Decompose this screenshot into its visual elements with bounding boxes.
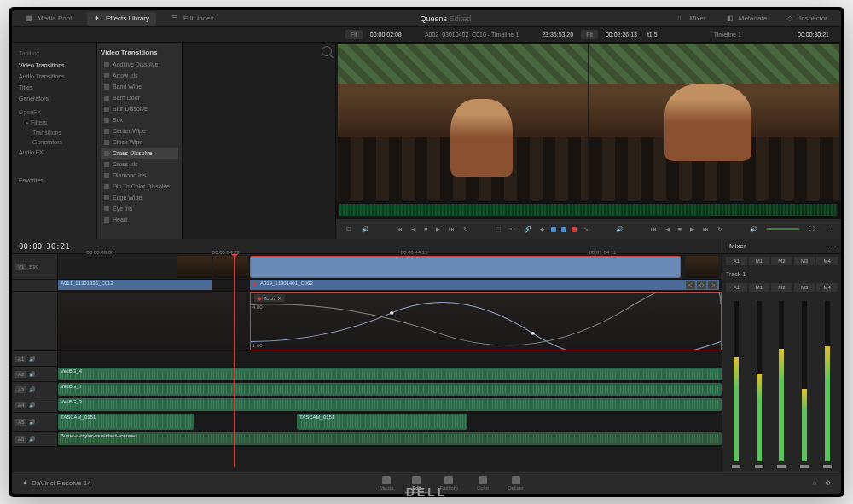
audio-track-a5[interactable]: TASCAM_0151 TASCAM_0151 <box>58 413 722 431</box>
timeline-viewer[interactable] <box>589 44 839 200</box>
effect-item[interactable]: Arrow Iris <box>101 70 178 81</box>
more-icon[interactable]: ⋯ <box>823 224 833 235</box>
volume-slider[interactable] <box>766 228 800 230</box>
source-viewer[interactable] <box>338 44 588 200</box>
fx-track[interactable]: ◆ Zoom X 4.00 1.00 ◁ <box>58 292 722 350</box>
volume-icon-right[interactable]: 🔊 <box>614 224 625 235</box>
cat-generators[interactable]: Generators <box>17 93 91 104</box>
audio-track-a2[interactable]: VeilBG_4 <box>58 367 722 381</box>
track-head-a2[interactable]: A2🔊 <box>12 367 58 381</box>
track-head-a3[interactable]: A3🔊 <box>12 382 58 397</box>
loop-button-r[interactable]: ↻ <box>716 224 724 235</box>
tab-mixer[interactable]: ⎍Mixer <box>670 12 713 26</box>
audio-track-a6[interactable]: Butter-a-taylor-musicbed-licensed <box>58 432 722 446</box>
cat-titles[interactable]: Titles <box>17 82 91 93</box>
track-head-a1[interactable]: A1🔊 <box>12 351 58 366</box>
fader-channel[interactable] <box>794 298 815 468</box>
cat-audiofx[interactable]: Audio FX <box>17 147 91 158</box>
stop-button-r[interactable]: ■ <box>676 224 683 234</box>
effect-item[interactable]: Band Wipe <box>101 81 178 92</box>
effect-item[interactable]: Barn Door <box>101 92 178 103</box>
video-track-v1[interactable] <box>58 254 722 279</box>
bus-label[interactable]: M1 <box>749 257 770 265</box>
audio-clip[interactable]: VeilBG_3 <box>58 398 722 411</box>
options-icon[interactable]: ⊡ <box>345 224 353 235</box>
effect-item[interactable]: Eye Iris <box>101 203 178 214</box>
audio-clip[interactable]: TASCAM_0151 <box>297 414 467 430</box>
play-button-r[interactable]: ▶ <box>688 224 696 235</box>
keyframe-add-button[interactable]: ◇ <box>697 281 706 289</box>
effect-item[interactable]: Dip To Color Dissolve <box>101 181 178 192</box>
channel-label[interactable]: M2 <box>771 283 792 292</box>
next-clip-button-r[interactable]: ⏭ <box>701 224 711 234</box>
volume-icon[interactable]: 🔊 <box>360 224 371 235</box>
audio-track-a1[interactable] <box>58 351 722 366</box>
bus-label[interactable]: M4 <box>816 257 838 265</box>
keyframe-next-button[interactable]: ▷ <box>708 281 717 289</box>
effect-item[interactable]: Cross Dissolve <box>101 148 178 159</box>
step-back-button[interactable]: ◀ <box>409 224 417 235</box>
audio-clip[interactable]: TASCAM_0151 <box>58 414 194 430</box>
link-tool[interactable]: 🔗 <box>522 224 533 235</box>
marker-color-blue[interactable] <box>561 227 566 232</box>
fit-dropdown-left[interactable]: Fit <box>345 30 363 39</box>
effect-item[interactable]: Diamond Iris <box>101 170 178 181</box>
clip-label[interactable]: ◆A019_11301401_C062 <box>250 280 719 290</box>
tab-inspector[interactable]: ◇Inspector <box>780 12 834 26</box>
cat-audio-transitions[interactable]: Audio Transitions <box>17 71 91 82</box>
fader-channel[interactable] <box>726 298 746 468</box>
openfx-generators[interactable]: Generators <box>17 137 91 147</box>
marker-color-blue[interactable] <box>551 227 556 232</box>
channel-label[interactable]: M3 <box>794 283 815 292</box>
snap-toggle[interactable]: ⤡ <box>582 224 590 235</box>
bus-label[interactable]: M2 <box>771 257 792 265</box>
channel-label[interactable]: A1 <box>726 283 747 292</box>
effect-item[interactable]: Cross Iris <box>101 159 178 170</box>
audio-track-a4[interactable]: VeilBG_3 <box>58 397 722 412</box>
stop-button[interactable]: ■ <box>422 224 429 234</box>
bus-label[interactable]: A1 <box>726 257 747 265</box>
effect-item[interactable]: Heart <box>101 214 178 225</box>
playhead[interactable] <box>234 254 235 467</box>
loop-button[interactable]: ↻ <box>461 224 470 235</box>
keyframe-curve[interactable] <box>251 293 721 350</box>
effect-item[interactable]: Blur Dissolve <box>101 103 178 114</box>
tab-effects-library[interactable]: ✦Effects Library <box>87 12 156 26</box>
track-head-v1[interactable]: V1 B99 <box>12 254 58 279</box>
track-head-a6[interactable]: A6🔊 <box>12 432 58 446</box>
fader-channel[interactable] <box>749 298 769 468</box>
home-icon[interactable]: ⌂ <box>812 479 816 487</box>
bus-label[interactable]: M3 <box>794 257 815 265</box>
audio-clip[interactable]: VeilBG_7 <box>58 383 722 396</box>
mixer-options-icon[interactable]: ⋯ <box>827 242 834 250</box>
openfx-transitions[interactable]: Transitions <box>17 128 91 137</box>
effect-item[interactable]: Box <box>101 114 178 125</box>
fader-channel[interactable] <box>817 298 838 468</box>
page-media[interactable]: Media <box>373 474 400 493</box>
audio-clip[interactable]: VeilBG_4 <box>58 368 722 380</box>
channel-label[interactable]: M4 <box>816 283 838 292</box>
openfx-header[interactable]: OpenFX <box>17 104 91 118</box>
track-head-a4[interactable]: A4🔊 <box>12 397 58 412</box>
effect-item[interactable]: Clock Wipe <box>101 136 178 148</box>
blade-tool[interactable]: ✂ <box>508 224 517 235</box>
track-head-fx[interactable] <box>12 292 58 350</box>
tab-metadata[interactable]: ◧Metadata <box>720 12 774 26</box>
clip-thumbnail[interactable] <box>685 256 719 278</box>
clip-thumbnail[interactable] <box>213 256 247 278</box>
prev-clip-button-r[interactable]: ⏮ <box>649 224 659 234</box>
fullscreen-icon[interactable]: ⛶ <box>807 224 816 234</box>
volume-master-icon[interactable]: 🔊 <box>748 224 759 235</box>
openfx-filters[interactable]: ▸ Filters <box>17 118 91 128</box>
audio-waveform-strip[interactable] <box>336 201 841 218</box>
marker-tool[interactable]: ◆ <box>538 224 546 235</box>
track-head-a5[interactable]: A5🔊 <box>12 413 58 431</box>
effect-item[interactable]: Edge Wipe <box>101 192 178 203</box>
fader-channel[interactable] <box>772 298 792 468</box>
audio-clip[interactable]: Butter-a-taylor-musicbed-licensed <box>58 432 722 445</box>
video-clip[interactable] <box>250 256 681 278</box>
effect-item[interactable]: Center Wipe <box>101 125 178 136</box>
marker-color-red[interactable] <box>572 227 577 232</box>
page-deliver[interactable]: Deliver <box>501 474 531 493</box>
effect-item[interactable]: Additive Dissolve <box>101 59 178 70</box>
